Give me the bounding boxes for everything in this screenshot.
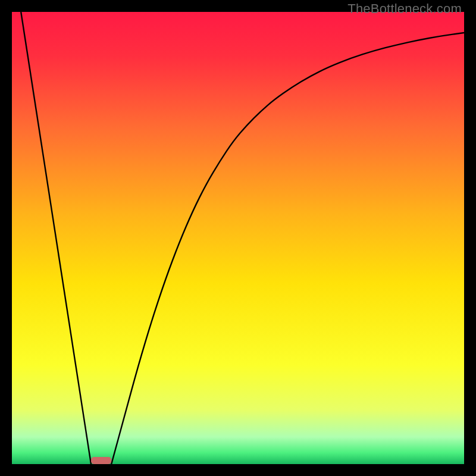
chart-frame: [12, 12, 464, 464]
gradient-background: [12, 12, 464, 464]
bottleneck-marker: [91, 457, 111, 464]
bottleneck-plot: [12, 12, 464, 464]
watermark-text: TheBottleneck.com: [347, 1, 462, 17]
